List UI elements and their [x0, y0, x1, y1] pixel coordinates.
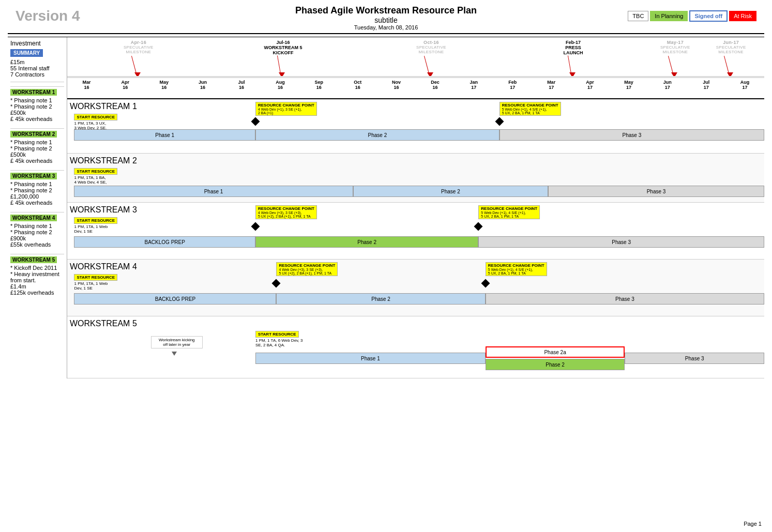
summary-button[interactable]: SUMMARY: [10, 49, 43, 57]
ws4-note2: * Phasing note 2: [10, 229, 64, 235]
ws2-note2: * Phasing note 2: [10, 145, 64, 151]
ws1-phase3-bar: Phase 3: [499, 129, 764, 141]
ws4-cost1: £900k: [10, 235, 64, 241]
date: Tuesday, March 08, 2016: [8, 24, 764, 31]
ws2-row: WORKSTREAM 2 START RESOURCE 1 PM, 1TA, 1…: [67, 154, 764, 203]
ws2-label: WORKSTREAM 2: [10, 131, 57, 138]
month-oct16: Oct16: [338, 80, 377, 90]
ws1-phase2-bar: Phase 2: [255, 129, 499, 141]
sidebar-ws1: WORKSTREAM 1 * Phasing note 1 * Phasing …: [10, 86, 64, 124]
ws5-title: WORKSTREAM 5: [70, 319, 137, 328]
status-badges: TBC In Planning Signed off At Risk: [628, 10, 756, 22]
investment-contractors: 7 Contractors: [10, 71, 64, 78]
ws5-note2: * Heavy investment from start.: [10, 271, 64, 283]
ws5-row: WORKSTREAM 5 Workstream kickingoff later…: [67, 316, 764, 378]
sidebar-ws3: WORKSTREAM 3 * Phasing note 1 * Phasing …: [10, 170, 64, 208]
month-dec16: Dec16: [416, 80, 455, 90]
badge-planning: In Planning: [650, 11, 688, 21]
ws3-resources: 1 PM, 1TA, 1 WebDev, 1 SE: [74, 224, 108, 234]
timeline-header: Apr-16 SPECULATIVE MILESTONE Jul-16 WORK…: [67, 37, 764, 99]
investment-label: Investment: [10, 40, 64, 47]
ws4-rcp1: RESOURCE CHANGE POINT 4 Web Dev (+3), 3 …: [276, 262, 338, 276]
ws5-phase1-bar: Phase 1: [255, 353, 486, 364]
month-apr17: Apr17: [571, 80, 610, 90]
milestone-may17: May-17 SPECULATIVE MILESTONE: [660, 40, 691, 54]
ws1-diamond2: [495, 117, 504, 126]
ws1-row: WORKSTREAM 1 START RESOURCE 1 PM, 1TA, 3…: [67, 99, 764, 154]
ws1-cost2: £ 45k overheads: [10, 116, 64, 122]
ws3-row: WORKSTREAM 3 START RESOURCE 1 PM, 1TA, 1…: [67, 203, 764, 260]
ws5-note-arrow: [172, 352, 177, 356]
milestone-jul16: Jul-16 WORKSTREAM 5 KICKOFF: [262, 40, 304, 55]
ws2-phase2-bar: Phase 2: [353, 186, 548, 197]
ws1-phase1-bar: Phase 1: [74, 129, 255, 141]
ws4-resources: 1 PM, 1TA, 1 WebDev, 1 SE: [74, 281, 108, 291]
badge-signed-off: Signed off: [689, 10, 728, 22]
ws3-label: WORKSTREAM 3: [10, 173, 57, 179]
ws5-resources: 1 PM, 1 TA, 6 Web Dev, 3SE, 2 BA, 4 QA.: [255, 338, 302, 347]
ws2-cost1: £500k: [10, 151, 64, 158]
months-row: Mar16 Apr16 May16 Jun16 Jul16 Aug16 Sep1…: [67, 80, 764, 90]
month-sep16: Sep16: [299, 80, 338, 90]
month-apr16: Apr16: [106, 80, 145, 90]
ws3-note2: * Phasing note 2: [10, 187, 64, 193]
month-jul17: Jul17: [687, 80, 725, 90]
ws4-phase3-bar: Phase 3: [486, 293, 764, 305]
ws3-rcp1: RESOURCE CHANGE POINT 4 Web Dev (+3), 3 …: [255, 205, 317, 219]
milestone-jun17: Jun-17 SPECULATIVE MILESTONE: [716, 40, 747, 54]
sidebar-ws5: WORKSTREAM 5 * Kickoff Dec 2011 * Heavy …: [10, 254, 64, 298]
milestone-line-oct16: [424, 56, 429, 73]
ws5-label: WORKSTREAM 5: [10, 256, 57, 263]
ws5-phase2-bar: Phase 2: [486, 359, 625, 370]
ws3-cost1: £1,200,000: [10, 193, 64, 200]
header: Version 4 Phased Agile Workstream Resour…: [8, 5, 764, 31]
ws4-note1: * Phasing note 1: [10, 223, 64, 229]
sidebar: Investment SUMMARY £15m 55 Internal staf…: [8, 37, 67, 378]
month-jul16: Jul16: [222, 80, 261, 90]
ws1-note2: * Phasing note 2: [10, 103, 64, 110]
ws5-phase3-bar: Phase 3: [625, 353, 764, 364]
ws4-diamond1: [272, 279, 281, 288]
ws2-note1: * Phasing note 1: [10, 139, 64, 145]
ws4-row: WORKSTREAM 4 START RESOURCE 1 PM, 1TA, 1…: [67, 260, 764, 316]
milestone-line-may17: [668, 56, 673, 73]
ws1-note1: * Phasing note 1: [10, 97, 64, 103]
ws3-diamond2: [474, 222, 483, 231]
ws3-note1: * Phasing note 1: [10, 181, 64, 187]
investment-amount: £15m: [10, 59, 64, 65]
main-content: Investment SUMMARY £15m 55 Internal staf…: [8, 37, 764, 378]
ws3-rcp2: RESOURCE CHANGE POINT 5 Web Dev (+1), 4 …: [478, 205, 540, 219]
month-jun16: Jun16: [184, 80, 222, 90]
month-may17: May17: [609, 80, 648, 90]
ws5-start-resource: START RESOURCE: [255, 331, 299, 338]
ws2-title: WORKSTREAM 2: [70, 156, 137, 165]
month-feb17: Feb17: [493, 80, 532, 90]
milestone-line-jun17: [724, 56, 729, 73]
ws3-backlog-bar: BACKLOG PREP: [74, 236, 255, 248]
ws1-rcp2: RESOURCE CHANGE POINT 5 Web Dev (+1), 4 …: [499, 102, 561, 116]
ws5-note1: * Kickoff Dec 2011: [10, 265, 64, 271]
ws5-cost2: £125k overheads: [10, 290, 64, 296]
sidebar-ws4: WORKSTREAM 4 * Phasing note 1 * Phasing …: [10, 212, 64, 250]
ws4-phase2-bar: Phase 2: [276, 293, 485, 305]
ws3-diamond1: [251, 222, 260, 231]
ws3-start-resource: START RESOURCE: [74, 217, 117, 224]
ws1-start-resource: START RESOURCE: [74, 114, 117, 120]
milestone-line-apr16: [131, 56, 137, 73]
investment-section: Investment SUMMARY £15m 55 Internal staf…: [10, 40, 64, 82]
ws1-diamond1: [251, 117, 260, 126]
ws1-label: WORKSTREAM 1: [10, 89, 57, 96]
page-number: Page 1: [744, 521, 762, 527]
ws4-backlog-bar: BACKLOG PREP: [74, 293, 276, 305]
ws4-title: WORKSTREAM 4: [70, 262, 137, 271]
milestone-apr16: Apr-16 SPECULATIVE MILESTONE: [123, 40, 154, 54]
sidebar-ws2: WORKSTREAM 2 * Phasing note 1 * Phasing …: [10, 128, 64, 166]
badge-tbc: TBC: [628, 11, 648, 21]
version-label: Version 4: [16, 8, 80, 24]
milestone-line-feb17: [568, 55, 571, 73]
ws5-cost1: £1.4m: [10, 283, 64, 290]
ws3-cost2: £ 45k overheads: [10, 200, 64, 206]
month-mar17: Mar17: [532, 80, 571, 90]
ws1-title: WORKSTREAM 1: [70, 102, 137, 111]
ws4-diamond2: [481, 279, 490, 288]
